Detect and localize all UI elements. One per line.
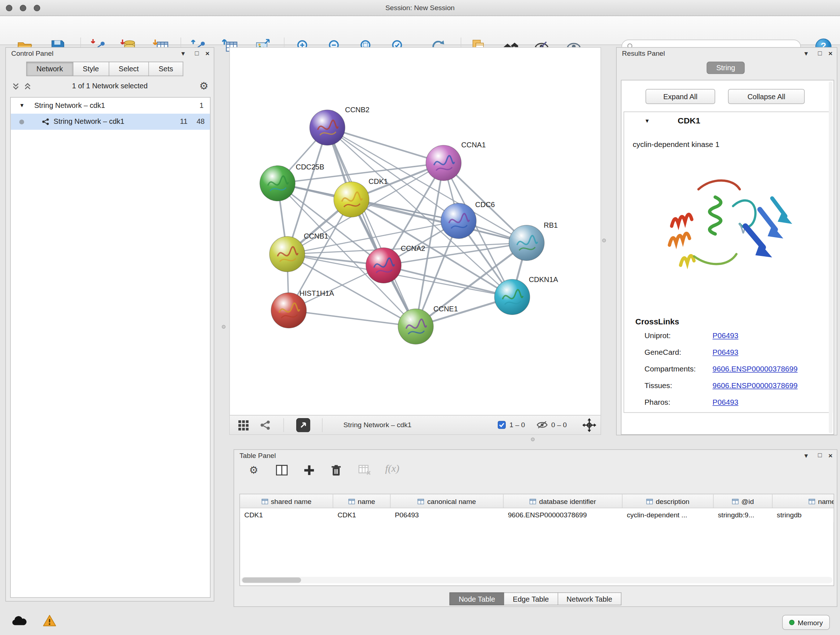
cell-database-identifier: 9606.ENSP00000378699 bbox=[504, 508, 622, 523]
tab-edge-table[interactable]: Edge Table bbox=[504, 592, 558, 605]
panel-float-icon[interactable]: □ bbox=[195, 49, 199, 58]
panel-float-icon[interactable]: □ bbox=[818, 451, 822, 460]
gene-card-header[interactable]: ▼ CDK1 bbox=[624, 112, 832, 130]
compartments-label: Compartments: bbox=[645, 364, 696, 373]
hidden-nodes-edges-count: 0 – 0 bbox=[551, 421, 567, 429]
tab-network-table[interactable]: Network Table bbox=[558, 592, 621, 605]
network-node-CCNB1[interactable] bbox=[270, 236, 305, 272]
node-label-CCNB1: CCNB1 bbox=[304, 232, 328, 240]
uniprot-link[interactable]: P06493 bbox=[713, 331, 738, 340]
network-node-HIST1H1A[interactable] bbox=[271, 293, 306, 328]
network-options-gear-icon[interactable]: ⚙ bbox=[199, 80, 208, 92]
warning-icon[interactable] bbox=[43, 614, 56, 627]
panel-menu-caret-icon[interactable]: ▾ bbox=[805, 49, 808, 58]
panel-float-icon[interactable]: □ bbox=[818, 49, 822, 58]
panel-menu-caret-icon[interactable]: ▾ bbox=[805, 451, 808, 460]
node-label-CDK1: CDK1 bbox=[369, 177, 388, 185]
table-horizontal-scrollbar[interactable] bbox=[241, 577, 832, 583]
add-column-icon[interactable] bbox=[304, 465, 315, 476]
network-node-CDK1[interactable] bbox=[334, 182, 369, 217]
pharos-label: Pharos: bbox=[645, 398, 670, 407]
cell-name: CDK1 bbox=[333, 508, 390, 523]
tab-select[interactable]: Select bbox=[109, 62, 149, 76]
column-header-id[interactable]: @id bbox=[714, 494, 773, 508]
node-label-CDC25B: CDC25B bbox=[295, 163, 324, 171]
network-edge-CCNB2-CCNE1[interactable] bbox=[327, 127, 416, 326]
share-network-icon[interactable] bbox=[260, 420, 271, 431]
table-panel-header: Table Panel ▾ □ × bbox=[234, 450, 837, 462]
network-edge-CCNB2-CCNA1[interactable] bbox=[327, 127, 444, 163]
collapse-all-button[interactable]: Collapse All bbox=[728, 89, 805, 104]
memory-button[interactable]: Memory bbox=[782, 615, 830, 630]
table-options-gear-icon[interactable]: ⚙ bbox=[249, 464, 258, 476]
cell-shared-name: CDK1 bbox=[240, 508, 333, 523]
selected-elements-checkbox-icon[interactable] bbox=[498, 421, 506, 429]
tissues-link[interactable]: 9606.ENSP00000378699 bbox=[713, 381, 798, 390]
open-view-in-new-window-button[interactable] bbox=[296, 418, 310, 432]
crosslink-row: Compartments: 9606.ENSP00000378699 bbox=[624, 364, 832, 378]
results-scrollbar[interactable] bbox=[829, 81, 832, 433]
tab-style[interactable]: Style bbox=[73, 62, 109, 76]
column-header-canonical-name[interactable]: canonical name bbox=[391, 494, 504, 508]
tab-edge-table-label: Edge Table bbox=[513, 595, 549, 603]
panel-close-icon[interactable]: × bbox=[829, 451, 832, 460]
column-header-namespace[interactable]: namespace bbox=[772, 494, 834, 508]
external-arrow-icon bbox=[300, 421, 307, 429]
panel-close-icon[interactable]: × bbox=[829, 49, 832, 58]
uniprot-label: Uniprot: bbox=[645, 331, 671, 340]
crosslinks-title: CrossLinks bbox=[635, 317, 679, 326]
network-node-CCNA2[interactable] bbox=[366, 248, 401, 283]
scrollbar-thumb[interactable] bbox=[242, 578, 301, 583]
grid-view-icon[interactable] bbox=[238, 420, 248, 431]
tab-network-table-label: Network Table bbox=[567, 595, 612, 603]
cloud-status-icon[interactable] bbox=[11, 614, 27, 627]
show-columns-icon[interactable] bbox=[276, 465, 288, 476]
splitter-handle[interactable] bbox=[602, 239, 606, 242]
column-header-description[interactable]: description bbox=[622, 494, 714, 508]
network-collection-row[interactable]: ▼ String Network – cdk1 1 bbox=[11, 98, 210, 114]
network-node-CDKN1A[interactable] bbox=[494, 279, 530, 315]
gene-expander-icon[interactable]: ▼ bbox=[645, 118, 650, 124]
tab-sets[interactable]: Sets bbox=[149, 62, 183, 76]
network-edge-HIST1H1A-CCNE1[interactable] bbox=[289, 310, 416, 326]
genecard-link[interactable]: P06493 bbox=[713, 348, 738, 356]
column-label: database identifier bbox=[539, 497, 596, 505]
network-name: String Network – cdk1 bbox=[54, 117, 125, 125]
network-node-CCNA1[interactable] bbox=[426, 145, 461, 181]
network-node-CDC25B[interactable] bbox=[260, 166, 295, 201]
pan-crosshair-icon[interactable] bbox=[583, 418, 597, 432]
panel-close-icon[interactable]: × bbox=[205, 49, 210, 58]
function-builder-icon: f(x) bbox=[385, 463, 399, 475]
gene-symbol: CDK1 bbox=[677, 116, 700, 126]
node-label-HIST1H1A: HIST1H1A bbox=[300, 289, 334, 297]
column-header-shared-name[interactable]: shared name bbox=[240, 494, 333, 508]
network-node-CDC6[interactable] bbox=[441, 203, 477, 239]
results-tab-string[interactable]: String bbox=[706, 62, 745, 74]
network-graph-svg[interactable]: CCNB2CCNA1CDC25BCDK1CDC6RB1CCNB1CCNA2CDK… bbox=[230, 48, 602, 416]
cell-id: stringdb:9... bbox=[714, 508, 773, 523]
network-row-selected[interactable]: String Network – cdk1 11 48 bbox=[11, 114, 210, 130]
panel-menu-caret-icon[interactable]: ▾ bbox=[181, 49, 185, 58]
pharos-link[interactable]: P06493 bbox=[713, 398, 738, 407]
tab-network[interactable]: Network bbox=[27, 62, 73, 76]
toolbar-separator bbox=[322, 418, 322, 432]
network-node-RB1[interactable] bbox=[509, 225, 545, 261]
compartments-link[interactable]: 9606.ENSP00000378699 bbox=[713, 364, 798, 373]
hidden-elements-eye-slash-icon[interactable] bbox=[536, 420, 548, 429]
memory-status-dot bbox=[789, 620, 794, 625]
column-header-database-identifier[interactable]: database identifier bbox=[504, 494, 622, 508]
expand-all-button[interactable]: Expand All bbox=[645, 89, 715, 104]
tab-node-table[interactable]: Node Table bbox=[450, 592, 504, 605]
network-node-CCNB2[interactable] bbox=[309, 110, 345, 146]
node-label-CCNA1: CCNA1 bbox=[461, 141, 486, 149]
tree-expander-icon[interactable]: ▼ bbox=[19, 103, 25, 108]
node-label-CCNB2: CCNB2 bbox=[345, 106, 370, 114]
network-node-CCNE1[interactable] bbox=[398, 309, 433, 344]
cell-description: cyclin-dependent ... bbox=[622, 508, 714, 523]
column-header-name[interactable]: name bbox=[333, 494, 390, 508]
selected-nodes-edges-count: 1 – 0 bbox=[509, 421, 525, 429]
splitter-handle[interactable] bbox=[222, 325, 225, 328]
splitter-handle[interactable] bbox=[531, 437, 535, 441]
delete-column-icon[interactable] bbox=[331, 465, 341, 476]
table-row[interactable]: CDK1 CDK1 P06493 9606.ENSP00000378699 cy… bbox=[240, 508, 834, 523]
